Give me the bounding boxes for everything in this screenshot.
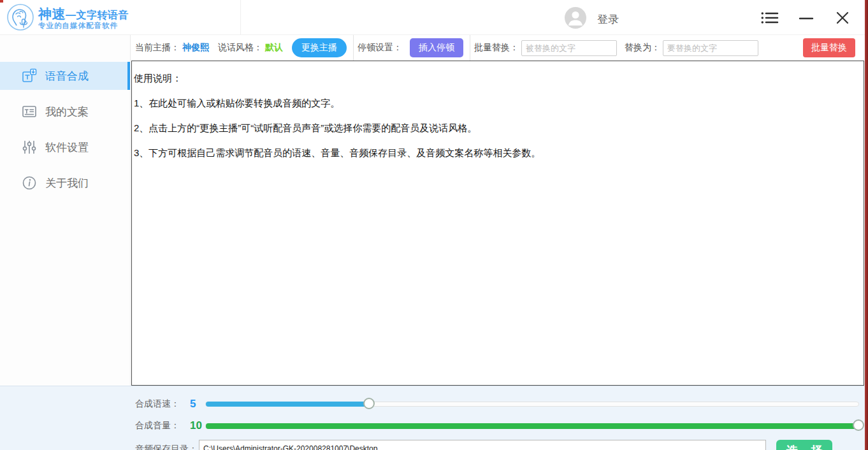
volume-slider-fill (206, 423, 858, 429)
save-dir-label: 音频保存目录： (135, 440, 199, 450)
speaking-style-value: 默认 (265, 42, 283, 54)
title-bar: 神速—文字转语音 专业的自媒体配音软件 登录 (0, 0, 868, 35)
software-settings-icon (22, 140, 37, 155)
logo-text: 神速—文字转语音 专业的自媒体配音软件 (38, 6, 129, 30)
choose-dir-button[interactable]: 选 择 (776, 440, 832, 450)
sidebar-item-about-us[interactable]: 关于我们 (0, 169, 130, 197)
save-dir-row: 音频保存目录： 选 择 (135, 440, 868, 450)
speed-label: 合成语速： (135, 398, 190, 410)
app-logo: 神速—文字转语音 专业的自媒体配音软件 (6, 3, 129, 34)
editor-line: 使用说明： (134, 66, 857, 91)
anchor-group: 当前主播： 神俊熙 说话风格： 默认 更换主播 (131, 35, 353, 61)
voice-synthesis-icon (22, 68, 37, 83)
volume-slider-handle[interactable] (853, 419, 864, 431)
save-dir-input[interactable] (199, 440, 766, 450)
brand-title: 神速—文字转语音 (38, 6, 129, 22)
main-panel: 当前主播： 神俊熙 说话风格： 默认 更换主播 停顿设置： 插入停顿 批量替换：… (131, 35, 864, 386)
text-input-area[interactable]: 使用说明： 1、在此处可输入或粘贴你要转换成音频的文字。 2、点击上方的“更换主… (131, 61, 864, 386)
current-anchor-label: 当前主播： (135, 42, 180, 54)
sidebar-item-label: 关于我们 (45, 176, 89, 191)
batch-replace-group: 批量替换： 替换为： 批量替换 (470, 35, 864, 61)
brand-tagline: 专业的自媒体配音软件 (38, 22, 129, 30)
sidebar-item-label: 语音合成 (45, 69, 89, 83)
sidebar-item-label: 我的文案 (45, 105, 89, 119)
volume-label: 合成音量： (135, 420, 190, 432)
sidebar: 语音合成 我的文案 软件设置 (0, 35, 131, 386)
speed-value: 5 (190, 398, 205, 410)
pause-group: 停顿设置： 插入停顿 (353, 35, 470, 61)
speaking-style-label: 说话风格： (218, 42, 263, 54)
replace-to-input[interactable] (663, 40, 758, 56)
editor-line: 3、下方可根据自己需求调节配音员的语速、音量、音频保存目录、及音频文案名称等相关… (134, 140, 857, 165)
replace-to-label: 替换为： (625, 42, 660, 54)
volume-slider[interactable] (205, 423, 859, 429)
batch-replace-label: 批量替换： (474, 42, 519, 54)
sidebar-item-software-settings[interactable]: 软件设置 (0, 133, 130, 161)
volume-value: 10 (190, 419, 205, 432)
change-anchor-button[interactable]: 更换主播 (292, 38, 347, 57)
volume-row: 合成音量： 10 (135, 417, 868, 435)
menu-list-icon[interactable] (760, 8, 779, 27)
avatar-person-icon[interactable] (564, 6, 587, 32)
logo-brain-mic-icon (6, 3, 34, 34)
insert-pause-button[interactable]: 插入停顿 (410, 38, 463, 57)
minimize-icon[interactable] (797, 8, 816, 27)
about-us-icon (22, 175, 37, 191)
screenshot-artifact-right-edge (865, 0, 868, 450)
screenshot-artifact-corner (0, 0, 3, 3)
sidebar-item-my-scripts[interactable]: 我的文案 (0, 98, 130, 126)
speed-row: 合成语速： 5 (135, 395, 868, 413)
sidebar-item-label: 软件设置 (45, 140, 89, 155)
replace-from-input[interactable] (521, 40, 617, 56)
settings-panel: 合成语速： 5 合成音量： 10 音频保存目录： 选 择 (0, 386, 868, 450)
speed-slider[interactable] (205, 402, 859, 407)
close-icon[interactable] (833, 8, 852, 27)
login-button[interactable]: 登录 (597, 12, 619, 27)
pause-settings-label: 停顿设置： (358, 42, 402, 54)
speed-slider-fill (206, 402, 369, 407)
my-scripts-icon (22, 104, 37, 119)
app-window: 神速—文字转语音 专业的自媒体配音软件 登录 (0, 0, 868, 450)
header-divider (240, 0, 241, 35)
editor-line: 1、在此处可输入或粘贴你要转换成音频的文字。 (134, 91, 857, 115)
sidebar-item-voice-synthesis[interactable]: 语音合成 (0, 62, 130, 90)
login-area[interactable]: 登录 (564, 6, 619, 32)
toolbar: 当前主播： 神俊熙 说话风格： 默认 更换主播 停顿设置： 插入停顿 批量替换：… (131, 35, 864, 61)
batch-replace-button[interactable]: 批量替换 (803, 38, 855, 57)
window-controls (760, 0, 852, 35)
speed-slider-handle[interactable] (363, 398, 375, 409)
current-anchor-value: 神俊熙 (182, 42, 209, 54)
editor-line: 2、点击上方的“更换主播”可“试听配音员声音”或选择你需要的配音员及说话风格。 (134, 115, 857, 140)
